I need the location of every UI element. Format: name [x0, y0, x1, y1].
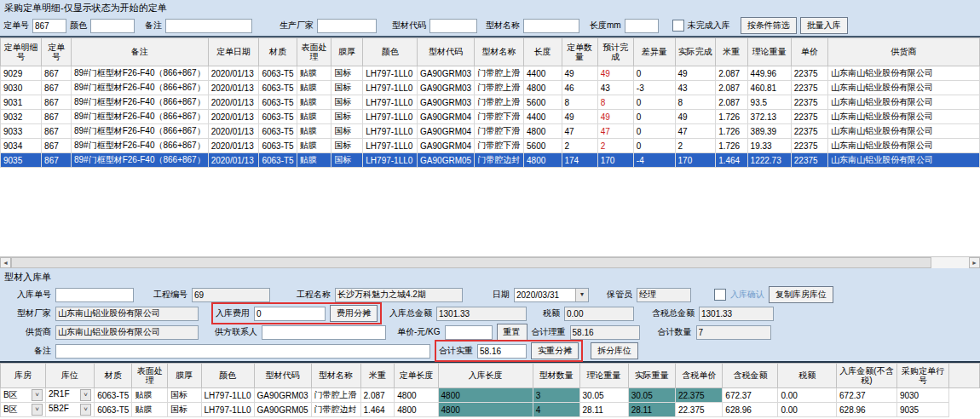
split-location-button[interactable]: 拆分库位 — [591, 342, 638, 359]
column-header[interactable]: 预计完成 — [597, 38, 633, 66]
table-row[interactable]: 903286789#门框型材F26-F40（866+867）2020/01/13… — [1, 110, 980, 124]
column-header[interactable]: 米重 — [716, 38, 747, 66]
cell[interactable]: 93.5 — [747, 95, 791, 110]
cell[interactable]: 0.00 — [778, 403, 837, 417]
column-header[interactable]: 型材数量 — [533, 364, 579, 388]
cell[interactable]: 0 — [633, 124, 675, 139]
cell[interactable]: 6063-T5 — [95, 403, 132, 417]
cell[interactable]: 372.13 — [747, 110, 791, 124]
cell[interactable]: 9035 — [1, 153, 42, 168]
scroll-left-icon[interactable]: ◄ — [0, 257, 11, 268]
cell[interactable]: 4400 — [524, 66, 562, 81]
cell[interactable]: 国标 — [331, 66, 363, 81]
table-row[interactable]: 903386789#门框型材F26-F40（866+867）2020/01/13… — [1, 124, 980, 139]
cell[interactable]: 22.375 — [675, 403, 722, 417]
cell[interactable]: 山东南山铝业股份有限公司 — [827, 139, 979, 153]
cell[interactable]: 49 — [562, 110, 597, 124]
table-row[interactable]: ˅B区˅5B2F6063-T5贴膜国标LH797-1LL0GA90GRM05门带… — [1, 403, 980, 417]
column-header[interactable]: 入库长度 — [438, 364, 533, 388]
cell[interactable]: LH797-1LL0 — [363, 139, 418, 153]
cell[interactable]: 460.81 — [747, 81, 791, 95]
cell[interactable]: 47 — [562, 124, 597, 139]
cell[interactable]: 89#门框型材F26-F40（866+867） — [71, 81, 208, 95]
column-header[interactable]: 定单数量 — [562, 38, 597, 66]
cell[interactable]: 贴膜 — [297, 110, 331, 124]
cell[interactable]: 5600 — [524, 95, 562, 110]
cell[interactable]: 89#门框型材F26-F40（866+867） — [71, 124, 208, 139]
cell[interactable]: 9030 — [1, 81, 42, 95]
cell[interactable]: 867 — [42, 153, 72, 168]
column-header[interactable]: 税额 — [778, 364, 837, 388]
column-header[interactable]: 米重 — [360, 364, 395, 388]
inbound-no-input[interactable] — [55, 288, 134, 302]
cell[interactable]: 6063-T5 — [259, 81, 297, 95]
cell[interactable]: 2020/01/13 — [208, 110, 259, 124]
table-row[interactable]: 902986789#门框型材F26-F40（866+867）2020/01/13… — [1, 66, 980, 81]
cell[interactable]: 2.087 — [716, 95, 747, 110]
cell[interactable]: LH797-1LL0 — [363, 110, 418, 124]
column-header[interactable]: 型材名称 — [311, 364, 360, 388]
column-header[interactable]: 实际完成 — [675, 38, 716, 66]
cell[interactable]: 门带腔边封 — [475, 153, 524, 168]
column-header[interactable]: 库位 — [46, 364, 95, 388]
cell[interactable]: GA90GRM04 — [418, 139, 475, 153]
column-header[interactable]: 定单号 — [42, 38, 72, 66]
cell[interactable]: 2020/01/13 — [208, 153, 259, 168]
cell[interactable]: 9032 — [1, 110, 42, 124]
cell[interactable]: 0 — [633, 66, 675, 81]
filter-length-input[interactable] — [625, 19, 659, 33]
cell[interactable]: 8 — [597, 95, 633, 110]
cell[interactable]: 47 — [675, 124, 716, 139]
supplier-contact-input[interactable] — [262, 325, 386, 340]
cell[interactable]: 4800 — [524, 153, 562, 168]
cell[interactable]: 49 — [675, 110, 716, 124]
cell[interactable]: 1.726 — [716, 110, 747, 124]
cell[interactable]: 国标 — [331, 95, 363, 110]
cell[interactable]: 4800 — [524, 81, 562, 95]
cell[interactable]: 6063-T5 — [259, 124, 297, 139]
cell[interactable]: 6063-T5 — [95, 388, 132, 403]
copy-location-button[interactable]: 复制库房库位 — [769, 286, 833, 303]
cell[interactable]: 1.464 — [360, 403, 395, 417]
cell[interactable]: 867 — [42, 110, 72, 124]
cell[interactable]: 2.087 — [716, 81, 747, 95]
filter-manufacturer-input[interactable] — [317, 19, 377, 33]
date-picker[interactable]: 2020/03/31 ▾ — [514, 288, 589, 302]
cell[interactable]: 贴膜 — [297, 139, 331, 153]
cell[interactable]: 49 — [597, 66, 633, 81]
cell[interactable]: 4800 — [524, 124, 562, 139]
column-header[interactable]: 膜厚 — [331, 38, 363, 66]
filter-color-input[interactable] — [90, 19, 135, 33]
table-row[interactable]: 903586789#门框型材F26-F40（866+867）2020/01/13… — [1, 153, 980, 168]
cell[interactable]: 山东南山铝业股份有限公司 — [827, 110, 979, 124]
cell[interactable]: 1.464 — [716, 153, 747, 168]
cell[interactable]: 门带腔下滑 — [475, 139, 524, 153]
cell[interactable]: 22.375 — [675, 388, 722, 403]
cell[interactable]: 28.11 — [628, 403, 675, 417]
calendar-dropdown-icon[interactable]: ▾ — [575, 289, 588, 301]
cell[interactable]: 89#门框型材F26-F40（866+867） — [71, 110, 208, 124]
supplier-input[interactable] — [55, 325, 199, 340]
cell[interactable]: -4 — [633, 153, 675, 168]
scrollbar-track[interactable] — [931, 257, 969, 268]
cell[interactable]: 672.37 — [723, 388, 778, 403]
cell[interactable]: 6063-T5 — [259, 139, 297, 153]
table-row[interactable]: 903186789#门框型材F26-F40（866+867）2020/01/13… — [1, 95, 980, 110]
cell[interactable]: 9033 — [1, 124, 42, 139]
unfinished-inbound-checkbox[interactable] — [672, 20, 684, 32]
column-header[interactable]: 含税金额 — [723, 364, 778, 388]
filter-profile-code-input[interactable] — [429, 19, 477, 33]
total-actual-weight-input[interactable] — [477, 344, 527, 359]
column-header[interactable]: 定单明细号 — [1, 38, 42, 66]
total-theory-weight-input[interactable] — [570, 325, 640, 340]
cell[interactable]: 49 — [597, 110, 633, 124]
cell[interactable]: 1222.73 — [747, 153, 791, 168]
cell[interactable]: GA90GRM04 — [418, 110, 475, 124]
scrollbar-thumb[interactable] — [11, 257, 931, 268]
cell[interactable]: 389.39 — [747, 124, 791, 139]
column-header[interactable]: 供货商 — [827, 38, 979, 66]
cell[interactable]: 贴膜 — [132, 388, 168, 403]
cell[interactable]: 国标 — [331, 139, 363, 153]
cell[interactable]: ˅5B2F — [46, 403, 95, 417]
cell[interactable]: 6063-T5 — [259, 153, 297, 168]
